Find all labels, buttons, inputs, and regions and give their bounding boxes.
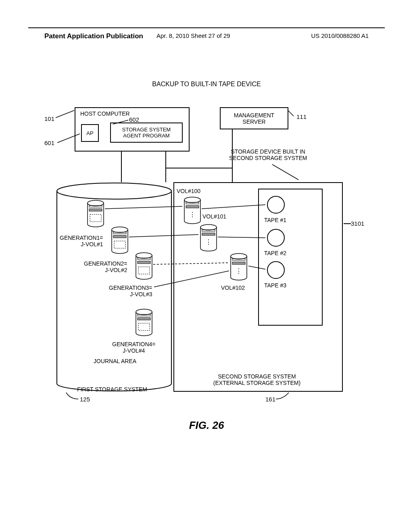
header-rule — [28, 27, 385, 28]
leader-3101 — [344, 223, 351, 224]
callout-161: 161 — [265, 396, 275, 403]
callout-3101: 3101 — [351, 220, 364, 227]
host-computer-box: HOST COMPUTER AP STORAGE SYSTEM AGENT PR… — [75, 107, 190, 152]
conn-mgmt-v — [232, 129, 233, 168]
svg-point-23 — [136, 253, 152, 258]
leader-125 — [65, 392, 81, 401]
vol101-icon: ⋮ — [200, 224, 217, 252]
callout-101: 101 — [44, 115, 54, 122]
second-storage-label: SECOND STORAGE SYSTEM (EXTERNAL STORAGE … — [190, 373, 323, 386]
svg-rect-15 — [89, 209, 102, 211]
svg-point-8 — [267, 196, 284, 213]
ap-box: AP — [81, 124, 99, 142]
callout-111: 111 — [296, 113, 307, 120]
tape-2-icon — [266, 228, 286, 247]
gen4-vol-icon — [135, 309, 153, 337]
vol100-label: VOL#100 — [177, 188, 200, 194]
svg-point-41 — [200, 224, 217, 230]
callout-602: 602 — [129, 116, 139, 123]
svg-point-5 — [57, 183, 171, 199]
svg-rect-51 — [232, 262, 245, 264]
gen3-label: GENERATION3= J-VOL#3 — [109, 285, 152, 297]
journal-area-label: JOURNAL AREA — [94, 358, 136, 364]
diagram: HOST COMPUTER AP STORAGE SYSTEM AGENT PR… — [40, 107, 367, 405]
svg-rect-39 — [186, 206, 199, 208]
vol102-label: VOL#102 — [221, 285, 245, 291]
svg-rect-45 — [202, 233, 215, 235]
svg-point-9 — [267, 229, 284, 246]
mgmt-server-box: MANAGEMENT SERVER — [220, 107, 288, 129]
vol-first-top-icon — [87, 200, 104, 228]
ap-label: AP — [86, 130, 93, 136]
tape-3-icon — [266, 260, 286, 280]
gen4-label: GENERATION4= J-VOL#4 — [112, 341, 156, 354]
svg-rect-28 — [138, 267, 150, 274]
svg-point-10 — [267, 262, 284, 278]
host-computer-label: HOST COMPUTER — [80, 110, 130, 117]
svg-text:⋮: ⋮ — [189, 211, 196, 218]
gen1-vol-icon — [111, 227, 129, 255]
callout-125: 125 — [80, 396, 90, 403]
tape-2-label: TAPE #2 — [264, 250, 286, 256]
tape-1-label: TAPE #1 — [264, 217, 286, 223]
svg-rect-27 — [138, 261, 150, 264]
gen1-label: GENERATION1= J-VOL#1 — [60, 235, 103, 247]
svg-point-11 — [88, 200, 104, 206]
svg-text:⋮: ⋮ — [205, 239, 212, 245]
svg-rect-33 — [138, 318, 150, 320]
vol100-icon: ⋮ — [184, 197, 201, 225]
svg-rect-16 — [90, 214, 101, 222]
vol101-label: VOL#101 — [202, 213, 226, 220]
svg-line-4 — [272, 164, 298, 180]
leader-161 — [274, 392, 290, 401]
conn-host-shared — [165, 152, 166, 182]
vol102-icon: ⋮ — [230, 253, 248, 281]
conn-second-v — [232, 168, 233, 182]
conn-horz1 — [165, 168, 232, 168]
gen2-vol-icon — [135, 252, 153, 281]
svg-line-3 — [288, 110, 294, 116]
svg-rect-34 — [138, 323, 150, 330]
header-mid: Apr. 8, 2010 Sheet 27 of 29 — [156, 32, 230, 39]
header-left: Patent Application Publication — [44, 32, 143, 40]
tape-1-icon — [266, 195, 286, 214]
storage-device-label: STORAGE DEVICE BUILT IN SECOND STORAGE S… — [229, 148, 307, 161]
figure-number: FIG. 26 — [0, 419, 413, 432]
svg-point-29 — [136, 309, 152, 315]
callout-601: 601 — [44, 139, 54, 146]
agent-label: STORAGE SYSTEM AGENT PROGRAM — [122, 127, 171, 139]
svg-rect-22 — [114, 241, 125, 248]
svg-point-35 — [184, 197, 200, 203]
svg-line-0 — [56, 110, 74, 118]
svg-rect-21 — [113, 235, 126, 238]
tape-3-label: TAPE #3 — [264, 282, 286, 289]
conn-host-first — [121, 152, 122, 182]
header-right: US 2010/0088280 A1 — [311, 32, 369, 39]
svg-point-17 — [112, 227, 128, 233]
first-storage-label: FIRST STORAGE SYSTEM — [72, 386, 152, 393]
diagram-title: BACKUP TO BUILT-IN TAPE DEVICE — [0, 81, 413, 88]
mgmt-server-label: MANAGEMENT SERVER — [234, 112, 274, 125]
gen2-label: GENERATION2= J-VOL#2 — [84, 260, 127, 273]
svg-text:⋮: ⋮ — [236, 268, 242, 274]
svg-point-47 — [231, 254, 247, 259]
agent-box: STORAGE SYSTEM AGENT PROGRAM — [110, 123, 183, 143]
page: Patent Application Publication Apr. 8, 2… — [0, 0, 413, 532]
